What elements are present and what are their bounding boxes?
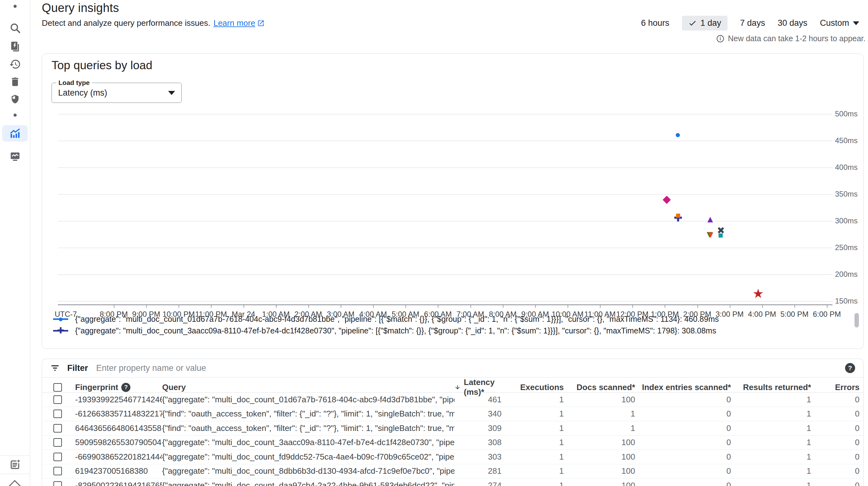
time-range-7-days[interactable]: 7 days xyxy=(740,18,765,28)
header-query[interactable]: Query xyxy=(162,382,455,392)
legend-item[interactable]: ✚{"aggregate": "multi_doc_count_3aacc09a… xyxy=(53,325,716,336)
latency-cell: 281 xyxy=(455,466,502,476)
results-returned-cell: 1 xyxy=(731,423,811,433)
x-tick-label: 5:00 PM xyxy=(780,310,808,319)
import-docs-icon[interactable] xyxy=(9,41,21,53)
table-row: 5909598265530790504{"aggregate": "multi_… xyxy=(42,436,863,450)
legend-text: {"aggregate": "multi_doc_count_01d67a7b-… xyxy=(75,315,719,324)
search-icon[interactable] xyxy=(9,22,21,34)
y-tick-label: 450ms xyxy=(835,136,858,145)
docs-scanned-cell: 100 xyxy=(564,466,635,476)
header-fingerprint[interactable]: Fingerprint? xyxy=(75,382,162,392)
subtitle-text: Detect and analyze query performance iss… xyxy=(42,18,210,28)
system-monitoring-icon[interactable] xyxy=(9,151,21,162)
results-returned-cell: 1 xyxy=(731,466,811,476)
row-checkbox[interactable] xyxy=(54,395,62,404)
results-returned-cell: 1 xyxy=(731,409,811,419)
external-link-icon xyxy=(257,20,265,27)
latency-cell: 461 xyxy=(455,395,502,404)
docs-scanned-cell: 100 xyxy=(564,395,635,404)
header-index-entries[interactable]: Index entries scanned* xyxy=(635,382,731,392)
gridline xyxy=(58,301,833,302)
security-shield-icon[interactable] xyxy=(9,94,21,105)
errors-cell: 0 xyxy=(811,423,860,433)
query-cell: {"aggregate": "multi_doc_count_01d67a7b-… xyxy=(162,395,455,404)
time-range-30-days[interactable]: 30 days xyxy=(777,18,807,28)
release-notes-icon[interactable] xyxy=(9,459,21,470)
page-subtitle: Detect and analyze query performance iss… xyxy=(42,18,265,28)
filter-input[interactable] xyxy=(96,363,838,373)
row-checkbox[interactable] xyxy=(54,409,62,418)
marker-circle[interactable]: ● xyxy=(675,130,681,139)
header-executions[interactable]: Executions xyxy=(502,382,564,392)
errors-cell: 0 xyxy=(811,409,860,419)
query-insights-icon[interactable] xyxy=(9,127,21,139)
x-tick-mark xyxy=(665,305,665,308)
menu-dot-icon[interactable] xyxy=(13,114,17,117)
trash-icon[interactable] xyxy=(9,76,21,87)
header-results-returned[interactable]: Results returned* xyxy=(731,382,811,392)
header-latency[interactable]: Latency (ms)* xyxy=(455,377,502,397)
executions-cell: 1 xyxy=(502,452,564,462)
legend-item[interactable]: ●{"aggregate": "multi_doc_count_01d67a7b… xyxy=(53,314,719,324)
marker-square[interactable]: ■ xyxy=(676,211,681,220)
filter-label: Filter xyxy=(67,363,88,373)
divider xyxy=(0,455,30,456)
x-tick-mark xyxy=(341,305,341,308)
menu-dot-icon[interactable] xyxy=(13,5,17,8)
row-checkbox[interactable] xyxy=(54,453,62,461)
marker-triangle-down[interactable]: ▼ xyxy=(706,230,715,239)
row-checkbox[interactable] xyxy=(54,481,62,486)
table-header-row: Fingerprint? Query Latency (ms)* Executi… xyxy=(42,377,863,393)
row-checkbox[interactable] xyxy=(54,467,62,475)
learn-more-link[interactable]: Learn more xyxy=(213,18,265,28)
row-checkbox[interactable] xyxy=(54,438,62,447)
index-entries-cell: 0 xyxy=(635,437,731,447)
query-cell: {"aggregate": "multi_doc_count_3aacc09a-… xyxy=(162,437,455,447)
edit-icon-partial[interactable] xyxy=(8,480,21,486)
index-entries-cell: 0 xyxy=(635,481,731,486)
marker-star[interactable]: ★ xyxy=(752,287,764,300)
legend-text: {"aggregate": "multi_doc_count_3aacc09a-… xyxy=(75,326,716,335)
header-docs-scanned[interactable]: Docs scanned* xyxy=(564,382,635,392)
query-cell: {"find": "oauth_access_token", "filter":… xyxy=(162,409,455,419)
results-returned-cell: 1 xyxy=(731,395,811,404)
y-tick-label: 200ms xyxy=(835,270,858,279)
row-checkbox[interactable] xyxy=(54,424,62,432)
x-tick-mark xyxy=(698,305,698,308)
docs-scanned-cell: 1 xyxy=(564,409,635,419)
x-tick-mark xyxy=(405,305,406,308)
time-range-1-day[interactable]: 1 day xyxy=(682,16,727,30)
select-all-checkbox[interactable] xyxy=(54,383,62,392)
fingerprint-cell: 6194237005168380 xyxy=(75,466,162,476)
query-cell: {"aggregate": "multi_doc_count_fd9ddc52-… xyxy=(162,452,455,462)
x-tick-mark xyxy=(827,305,828,308)
query-cell: {"find": "oauth_access_token", "filter":… xyxy=(162,423,455,433)
executions-cell: 1 xyxy=(502,437,564,447)
fingerprint-help-icon[interactable]: ? xyxy=(121,383,130,392)
sort-descending-icon xyxy=(455,383,461,392)
time-range-6-hours[interactable]: 6 hours xyxy=(641,18,670,28)
marker-diamond[interactable]: ◆ xyxy=(662,194,671,204)
header-errors[interactable]: Errors xyxy=(811,382,860,392)
x-tick-label: 4:00 PM xyxy=(748,310,776,319)
marker-triangle-up[interactable]: ▲ xyxy=(706,215,715,224)
time-range-custom[interactable]: Custom xyxy=(820,18,859,28)
x-tick-mark xyxy=(535,305,536,308)
history-icon[interactable] xyxy=(9,58,21,70)
latency-cell: 309 xyxy=(455,423,502,433)
filter-bar: Filter ? xyxy=(42,359,863,377)
chevron-down-icon xyxy=(853,21,859,25)
marker-square[interactable]: ■ xyxy=(718,231,723,239)
index-entries-cell: 0 xyxy=(635,452,731,462)
help-icon[interactable]: ? xyxy=(845,363,855,373)
fingerprint-cell: -1939399225467714246 xyxy=(75,395,162,404)
index-entries-cell: 0 xyxy=(635,395,731,404)
check-icon xyxy=(688,19,697,27)
gridline xyxy=(58,141,833,141)
fingerprint-cell: 5909598265530790504 xyxy=(75,437,162,447)
results-returned-cell: 1 xyxy=(731,481,811,486)
header-checkbox-cell xyxy=(42,383,75,392)
legend-scrollbar-thumb[interactable] xyxy=(855,313,859,327)
gridline xyxy=(58,221,833,222)
